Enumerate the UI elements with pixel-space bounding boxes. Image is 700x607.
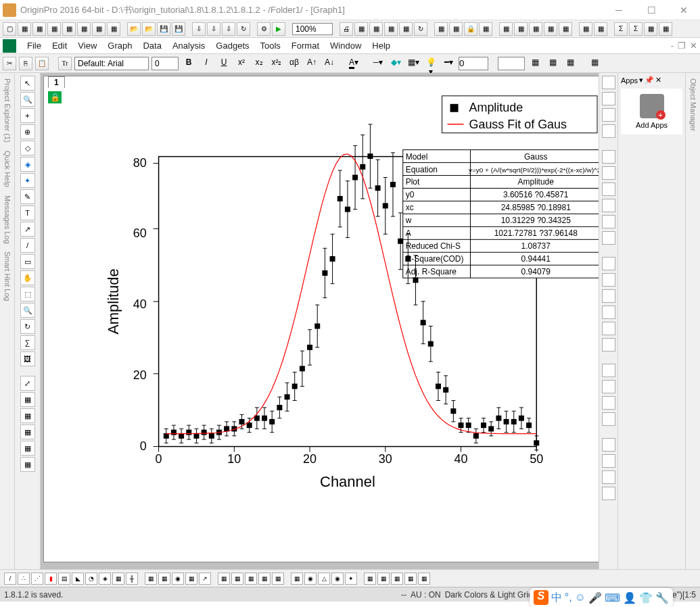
layer1-icon[interactable] [602, 150, 615, 164]
new-workbook-icon[interactable]: ▦ [18, 22, 31, 36]
new-matrix-icon[interactable]: ▦ [47, 22, 61, 36]
subscript-button[interactable]: x₂ [252, 57, 266, 70]
fill-swatch[interactable] [498, 57, 525, 70]
smith-icon[interactable]: ◉ [331, 573, 344, 585]
chart-svg[interactable]: 0 20 40 60 80 0 10 20 30 [44, 89, 599, 562]
cut-icon[interactable]: ✂ [3, 57, 16, 70]
data-point[interactable] [390, 182, 396, 187]
copy-icon[interactable]: ⎘ [19, 57, 32, 70]
data-point[interactable] [405, 256, 411, 262]
align-left-icon[interactable] [602, 257, 615, 270]
data-point[interactable] [269, 419, 275, 424]
menu-analysis[interactable]: Analysis [172, 41, 205, 51]
graph-window[interactable]: 1 🔒 0 20 40 60 80 [43, 76, 599, 562]
import-wizard-icon[interactable]: ⇩ [192, 22, 206, 36]
menu-window[interactable]: Window [330, 41, 361, 51]
multiy-icon[interactable]: ▦ [245, 573, 257, 585]
status-au[interactable]: AU : ON [411, 590, 441, 600]
apps-dropdown-icon[interactable]: ▾ [639, 76, 643, 84]
area-plot-icon[interactable]: ◣ [72, 573, 84, 585]
column-plot-icon[interactable]: ▮ [45, 573, 57, 585]
rescale-y-icon[interactable] [602, 124, 615, 138]
rotate-tool-icon[interactable]: ↻ [20, 319, 35, 334]
origin-logo-icon[interactable] [3, 39, 16, 53]
apps-close-icon[interactable]: ✕ [655, 76, 661, 84]
mdi-close-button[interactable]: ✕ [690, 41, 697, 51]
data-point[interactable] [186, 430, 191, 435]
layer3-icon[interactable] [602, 183, 615, 196]
rescale-show-all-icon[interactable] [602, 92, 615, 105]
slideshow-icon[interactable]: ▦ [354, 22, 368, 36]
palette-icon[interactable]: ▦ [545, 57, 560, 70]
data-point[interactable] [292, 384, 298, 389]
roi-tool-icon[interactable]: ⬚ [20, 287, 35, 301]
data-point[interactable] [314, 324, 320, 329]
align-bot-icon[interactable] [602, 338, 615, 351]
scatter-plot-icon[interactable]: ∴ [18, 573, 30, 585]
antialias-icon[interactable]: ▦ [587, 57, 602, 70]
f1-icon[interactable]: ▦ [644, 22, 657, 36]
legend[interactable]: Amplitude Gauss Fit of Gaus [442, 96, 597, 133]
align-mid-icon[interactable] [602, 322, 615, 335]
open-icon[interactable]: 📂 [127, 22, 141, 36]
same-h-icon[interactable] [602, 412, 615, 426]
data-point[interactable] [436, 384, 441, 389]
reader-tool-icon[interactable]: + [20, 108, 35, 123]
misc3-icon[interactable]: ▦ [391, 573, 403, 585]
align-center-icon[interactable] [602, 273, 615, 287]
stats-row-icon[interactable]: ▦ [514, 22, 528, 36]
ime-emoji-icon[interactable]: ☺ [575, 591, 586, 604]
ime-keyboard-icon[interactable]: ⌨ [605, 591, 620, 604]
pattern-button[interactable]: ▦▾ [406, 57, 421, 70]
contour-icon[interactable]: ◉ [172, 573, 184, 585]
data-point[interactable] [239, 419, 245, 424]
grid3-icon[interactable]: ▦ [563, 57, 578, 70]
data-point[interactable] [511, 419, 517, 424]
dist-v-icon[interactable] [602, 380, 615, 393]
status-theme[interactable]: Dark Colors & Light Grids [445, 590, 537, 600]
new-excel-icon[interactable]: ▦ [32, 22, 46, 36]
ime-punct-icon[interactable]: °, [565, 591, 572, 604]
menu-data[interactable]: Data [143, 41, 161, 51]
font-size-select[interactable] [151, 57, 179, 70]
data-point[interactable] [337, 196, 343, 201]
image-plot-icon[interactable]: ▦ [185, 573, 197, 585]
datareader-tool-icon[interactable]: ⊕ [20, 124, 35, 139]
line-plot-icon[interactable]: / [4, 573, 16, 585]
line-dash-button[interactable]: ━▾ [441, 57, 456, 70]
data-point[interactable] [307, 345, 312, 350]
template-icon[interactable]: ▦ [291, 573, 303, 585]
lock-icon[interactable]: 🔒 [464, 22, 477, 36]
surface3d-icon[interactable]: ▦ [145, 573, 157, 585]
layer-icon[interactable]: ▦ [20, 392, 35, 407]
zoom-input[interactable] [292, 23, 333, 35]
data-point[interactable] [398, 239, 403, 244]
video-icon[interactable]: ▦ [384, 22, 398, 36]
multipanel-icon[interactable]: ▦ [258, 573, 271, 585]
decrease-font-button[interactable]: A↓ [322, 57, 337, 70]
back-icon[interactable] [602, 454, 615, 468]
code-builder-icon[interactable]: ▦ [449, 22, 463, 36]
digitizer-icon[interactable]: ▦ [479, 22, 492, 36]
greek-button[interactable]: αβ [287, 57, 302, 70]
menu-format[interactable]: Format [291, 41, 319, 51]
add-right-icon[interactable]: ▦ [20, 424, 35, 439]
fit-results-table[interactable]: ModelGaussEquationy=y0 + (A/(w*sqrt(PI/2… [403, 150, 599, 278]
menu-help[interactable]: Help [372, 41, 390, 51]
line-width-select[interactable] [459, 57, 488, 70]
underline-button[interactable]: U [216, 57, 231, 70]
zoom-pan-tool-icon[interactable]: 🔍 [20, 92, 35, 107]
layer5-icon[interactable] [602, 215, 615, 228]
data-point[interactable] [488, 426, 494, 431]
stat-box-icon[interactable]: ▦ [231, 573, 243, 585]
data-point[interactable] [209, 433, 214, 439]
data-point[interactable] [367, 153, 373, 159]
new-graph-icon[interactable]: ▦ [62, 22, 76, 36]
sort-icon[interactable]: ▦ [544, 22, 557, 36]
stats-col-icon[interactable]: ▦ [529, 22, 542, 36]
stack-icon[interactable]: ▦ [272, 573, 284, 585]
maximize-button[interactable]: ☐ [638, 5, 665, 16]
arrow-tool-icon[interactable]: ↗ [20, 222, 35, 237]
layer4-icon[interactable] [602, 199, 615, 212]
apps-pin-icon[interactable]: 📌 [645, 76, 654, 84]
